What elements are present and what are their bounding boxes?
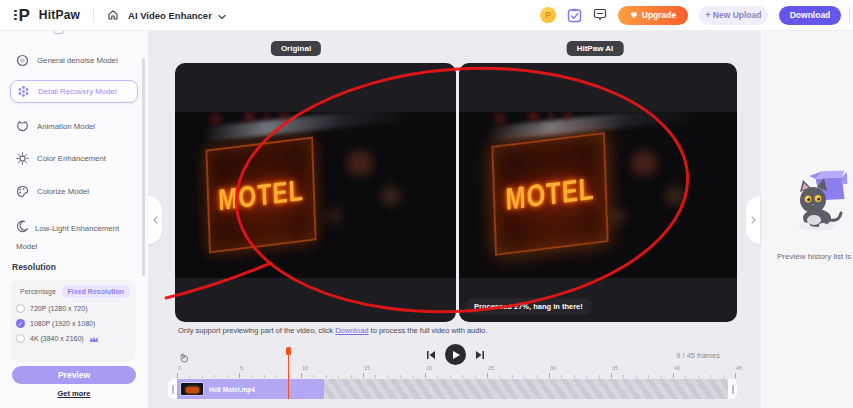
sidebar-item-color-enhancement[interactable]: Color Enhancement bbox=[10, 148, 138, 169]
ruler-minor-tick bbox=[648, 375, 649, 378]
denoise-icon bbox=[16, 54, 29, 67]
ruler-minor-tick bbox=[388, 375, 389, 378]
sidebar-item-detail-recovery[interactable]: Detail Recovery Model bbox=[10, 80, 138, 103]
ruler-minor-tick bbox=[512, 375, 513, 378]
ruler-minor-tick bbox=[276, 375, 277, 378]
resolution-option-label: 720P (1280 x 720) bbox=[30, 305, 87, 312]
tab-percentage[interactable]: Percentage bbox=[16, 285, 60, 298]
ruler-minor-tick bbox=[313, 375, 314, 378]
ruler-major-tick bbox=[239, 373, 240, 378]
resolution-option-4k[interactable]: 4K (3840 x 2160) bbox=[16, 334, 130, 343]
playhead-line bbox=[288, 354, 290, 399]
clip-thumbnail bbox=[180, 382, 204, 396]
ruler-label: 0 bbox=[178, 365, 181, 371]
preview-button[interactable]: Preview bbox=[12, 366, 136, 384]
compare-workspace: Original HitPaw AI D RIV MOTEL D RIV MOT… bbox=[148, 30, 760, 408]
ruler-minor-tick bbox=[710, 375, 711, 378]
timeline-ruler[interactable]: 051015202530354045 bbox=[177, 366, 739, 378]
clip-name: Hell Motel.mp4 bbox=[209, 386, 255, 393]
frame-counter: 9 / 45 frames bbox=[625, 351, 720, 360]
enhanced-video-frame: D RIV MOTEL Processed 27%, hang in there… bbox=[459, 63, 737, 322]
previous-frame-button[interactable] bbox=[426, 350, 436, 360]
ruler-major-tick bbox=[549, 373, 550, 378]
sidebar-item-general-denoise[interactable]: General denoise Model bbox=[10, 50, 138, 71]
ruler-minor-tick bbox=[264, 375, 265, 378]
animation-cat-icon bbox=[16, 120, 29, 133]
resolution-option-label: 4K (3840 x 2160) bbox=[30, 335, 84, 342]
ruler-minor-tick bbox=[462, 375, 463, 378]
radio-checked-icon: ✓ bbox=[16, 319, 25, 328]
resolution-option-1080p[interactable]: ✓ 1080P (1920 x 1080) bbox=[16, 319, 130, 328]
caption-text: to process the full video with audio. bbox=[369, 326, 488, 335]
bokeh-light bbox=[327, 208, 343, 224]
ruler-minor-tick bbox=[661, 375, 662, 378]
low-light-moon-icon bbox=[16, 220, 29, 233]
transport-controls bbox=[407, 344, 503, 365]
ruler-minor-tick bbox=[189, 375, 190, 378]
motel-neon-sign: MOTEL bbox=[205, 136, 316, 253]
ruler-label: 20 bbox=[426, 365, 432, 371]
trim-handle-right[interactable] bbox=[728, 379, 737, 399]
playhead[interactable] bbox=[286, 347, 291, 399]
ruler-minor-tick bbox=[599, 375, 600, 378]
coin-letter: P bbox=[545, 10, 551, 20]
ruler-minor-tick bbox=[623, 375, 624, 378]
ruler-minor-tick bbox=[326, 375, 327, 378]
hitpaw-logo-icon: P bbox=[14, 7, 30, 24]
play-button[interactable] bbox=[445, 344, 466, 365]
enhanced-video-content: D RIV MOTEL bbox=[459, 112, 737, 278]
premium-crown-icon bbox=[89, 335, 99, 343]
motel-sign-text: MOTEL bbox=[218, 173, 304, 218]
coin-icon[interactable]: P bbox=[540, 7, 556, 23]
ruler-label: 30 bbox=[550, 365, 556, 371]
ruler-minor-tick bbox=[375, 375, 376, 378]
ruler-minor-tick bbox=[450, 375, 451, 378]
ruler-minor-tick bbox=[499, 375, 500, 378]
ruler-minor-tick bbox=[636, 375, 637, 378]
trim-handle-left[interactable] bbox=[168, 379, 177, 399]
ruler-label: 45 bbox=[736, 365, 742, 371]
new-upload-button[interactable]: + New Upload bbox=[699, 6, 768, 25]
sidebar-item-label: Colorize Model bbox=[37, 187, 89, 196]
ruler-minor-tick bbox=[413, 375, 414, 378]
upgrade-button[interactable]: Upgrade bbox=[618, 6, 688, 25]
sidebar-item-colorize[interactable]: Colorize Model bbox=[10, 181, 138, 202]
sidebar-item-label: Animation Model bbox=[37, 122, 95, 131]
chevron-down-icon[interactable] bbox=[218, 6, 226, 24]
home-icon[interactable] bbox=[107, 9, 119, 21]
ruler-minor-tick bbox=[400, 375, 401, 378]
detail-recovery-icon bbox=[17, 85, 30, 98]
feedback-chat-icon[interactable] bbox=[593, 8, 607, 22]
resolution-heading: Resolution bbox=[12, 262, 56, 272]
bokeh-light bbox=[347, 150, 373, 176]
sidebar-item-label: General denoise Model bbox=[37, 56, 118, 65]
colorize-palette-icon bbox=[16, 185, 29, 198]
ruler-minor-tick bbox=[723, 375, 724, 378]
ruler-minor-tick bbox=[227, 375, 228, 378]
resolution-option-720p[interactable]: 720P (1280 x 720) bbox=[16, 304, 130, 313]
caption-download-link[interactable]: Download bbox=[335, 326, 368, 335]
heart-icon bbox=[630, 11, 638, 19]
sidebar-item-low-light[interactable]: Low-Light Enhancement Model bbox=[10, 213, 138, 251]
original-badge: Original bbox=[271, 41, 321, 56]
preview-caption: Only support previewing part of the vide… bbox=[178, 326, 487, 335]
cat-mascot-illustration bbox=[787, 168, 849, 234]
timeline-clip[interactable]: Hell Motel.mp4 bbox=[177, 379, 324, 399]
resolution-option-label: 1080P (1920 x 1080) bbox=[30, 320, 95, 327]
task-list-icon[interactable] bbox=[567, 8, 582, 23]
tab-fixed-resolution[interactable]: Fixed Resolution bbox=[62, 285, 130, 298]
partially-scrolled-model-icon bbox=[53, 30, 64, 34]
download-button[interactable]: Download bbox=[779, 6, 841, 25]
collapse-history-handle[interactable] bbox=[746, 196, 760, 244]
ruler-minor-tick bbox=[586, 375, 587, 378]
unprocessed-region bbox=[324, 379, 728, 399]
next-frame-button[interactable] bbox=[475, 350, 485, 360]
sidebar-item-animation[interactable]: Animation Model bbox=[10, 116, 138, 137]
new-upload-label: + New Upload bbox=[706, 10, 762, 20]
upgrade-label: Upgrade bbox=[642, 10, 676, 20]
sidebar-scrollbar[interactable] bbox=[142, 58, 145, 276]
collapse-sidebar-handle[interactable] bbox=[148, 196, 162, 244]
brand-name: HitPaw bbox=[39, 8, 80, 22]
app-title[interactable]: AI Video Enhancer bbox=[128, 10, 212, 21]
get-more-link[interactable]: Get more bbox=[0, 389, 148, 398]
